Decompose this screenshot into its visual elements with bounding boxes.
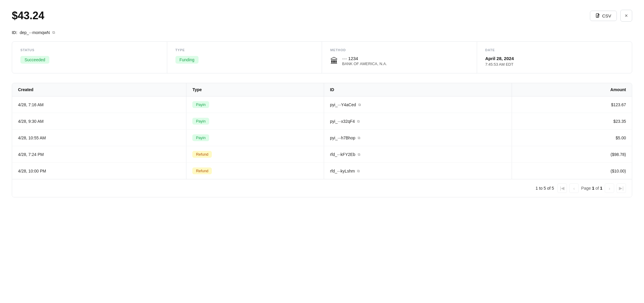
table-row: 4/28, 10:00 PM Refund rfd_···kyLshm ⧉ ($… — [12, 163, 632, 179]
row-id-container: rfd_···kFY2Eb ⧉ — [330, 152, 506, 157]
status-label: STATUS — [20, 48, 159, 52]
table-header: Created Type ID Amount — [12, 83, 632, 96]
type-label: TYPE — [175, 48, 314, 52]
copy-icon[interactable]: ⧉ — [357, 119, 360, 123]
csv-label: CSV — [602, 13, 611, 18]
row-id-value: pyi_···x32qF4 — [330, 119, 355, 124]
table-row: 4/28, 7:16 AM Payin pyi_···Y4aCed ⧉ $123… — [12, 96, 632, 113]
type-badge: Refund — [192, 151, 212, 158]
cell-amount: $5.00 — [512, 130, 632, 146]
last-page-btn[interactable]: ▶| — [617, 183, 626, 193]
cell-id: rfd_···kyLshm ⧉ — [324, 163, 512, 179]
date-section: DATE April 28, 2024 7:45:53 AM EDT — [477, 42, 632, 73]
cell-type: Refund — [186, 146, 324, 163]
info-sections: STATUS Succeeded TYPE Funding METHOD 🏛 ·… — [12, 41, 632, 73]
close-button[interactable]: × — [620, 10, 632, 22]
header-row: $43.24 CSV × — [12, 9, 632, 22]
type-badge: Funding — [175, 56, 199, 64]
copy-icon[interactable]: ⧉ — [52, 30, 55, 35]
date-secondary: 7:45:53 AM EDT — [485, 62, 624, 67]
row-id-container: pyi_···h7Bhop ⧉ — [330, 136, 506, 140]
type-section: TYPE Funding — [167, 42, 322, 73]
table-body: 4/28, 7:16 AM Payin pyi_···Y4aCed ⧉ $123… — [12, 96, 632, 179]
type-badge: Refund — [192, 167, 212, 174]
copy-icon[interactable]: ⧉ — [358, 103, 361, 107]
id-value: dep_···momqwN — [20, 30, 50, 35]
cell-id: pyi_···h7Bhop ⧉ — [324, 130, 512, 146]
cell-amount: $123.67 — [512, 96, 632, 113]
id-row: ID: dep_···momqwN ⧉ — [12, 30, 632, 35]
close-icon: × — [625, 13, 628, 19]
method-row: 🏛 ···· 1234 BANK OF AMERICA, N.A. — [330, 56, 469, 66]
page-of-label: Page 1 of 1 — [581, 186, 602, 191]
pagination-info: |◀ ‹ Page 1 of 1 › ▶| — [557, 183, 626, 193]
row-id-container: pyi_···x32qF4 ⧉ — [330, 119, 506, 124]
col-type: Type — [186, 83, 324, 96]
pagination-row: 1 to 5 of 5 |◀ ‹ Page 1 of 1 › ▶| — [12, 179, 632, 197]
row-id-container: rfd_···kyLshm ⧉ — [330, 169, 506, 173]
cell-type: Payin — [186, 130, 324, 146]
transactions-table: Created Type ID Amount 4/28, 7:16 AM Pay… — [12, 83, 632, 179]
method-label: METHOD — [330, 48, 469, 52]
csv-button[interactable]: CSV — [590, 11, 617, 21]
cell-type: Payin — [186, 113, 324, 130]
col-created: Created — [12, 83, 186, 96]
transactions-table-container: Created Type ID Amount 4/28, 7:16 AM Pay… — [12, 83, 632, 197]
cell-id: rfd_···kFY2Eb ⧉ — [324, 146, 512, 163]
cell-created: 4/28, 7:24 PM — [12, 146, 186, 163]
date-label: DATE — [485, 48, 624, 52]
header-actions: CSV × — [590, 10, 632, 22]
cell-id: pyi_···x32qF4 ⧉ — [324, 113, 512, 130]
col-amount: Amount — [512, 83, 632, 96]
row-id-value: rfd_···kyLshm — [330, 169, 355, 173]
pagination-count: 1 to 5 of 5 — [536, 186, 554, 191]
prev-page-btn[interactable]: ‹ — [569, 183, 579, 193]
cell-created: 4/28, 10:55 AM — [12, 130, 186, 146]
row-id-value: pyi_···h7Bhop — [330, 136, 355, 140]
table-row: 4/28, 7:24 PM Refund rfd_···kFY2Eb ⧉ ($9… — [12, 146, 632, 163]
cell-created: 4/28, 10:00 PM — [12, 163, 186, 179]
cell-amount: ($10.00) — [512, 163, 632, 179]
copy-icon[interactable]: ⧉ — [357, 169, 360, 173]
cell-amount: $23.35 — [512, 113, 632, 130]
type-badge: Payin — [192, 101, 209, 108]
table-row: 4/28, 9:30 AM Payin pyi_···x32qF4 ⧉ $23.… — [12, 113, 632, 130]
first-page-btn[interactable]: |◀ — [557, 183, 567, 193]
date-primary: April 28, 2024 — [485, 56, 624, 61]
page-wrapper: $43.24 CSV × ID: dep_···momqwN ⧉ — [0, 0, 644, 303]
cell-amount: ($98.78) — [512, 146, 632, 163]
cell-type: Payin — [186, 96, 324, 113]
row-id-container: pyi_···Y4aCed ⧉ — [330, 102, 506, 107]
cell-created: 4/28, 7:16 AM — [12, 96, 186, 113]
row-id-value: rfd_···kFY2Eb — [330, 152, 355, 157]
document-icon — [596, 13, 600, 18]
status-section: STATUS Succeeded — [12, 42, 167, 73]
copy-icon[interactable]: ⧉ — [358, 136, 360, 140]
method-section: METHOD 🏛 ···· 1234 BANK OF AMERICA, N.A. — [322, 42, 477, 73]
method-details: ···· 1234 BANK OF AMERICA, N.A. — [342, 56, 387, 66]
next-page-btn[interactable]: › — [605, 183, 614, 193]
status-badge: Succeeded — [20, 56, 49, 64]
table-row: 4/28, 10:55 AM Payin pyi_···h7Bhop ⧉ $5.… — [12, 130, 632, 146]
id-label: ID: — [12, 30, 17, 35]
copy-icon[interactable]: ⧉ — [358, 152, 360, 157]
cell-id: pyi_···Y4aCed ⧉ — [324, 96, 512, 113]
cell-type: Refund — [186, 163, 324, 179]
method-account: ···· 1234 — [342, 56, 387, 61]
col-id: ID — [324, 83, 512, 96]
row-id-value: pyi_···Y4aCed — [330, 102, 356, 107]
cell-created: 4/28, 9:30 AM — [12, 113, 186, 130]
method-bank: BANK OF AMERICA, N.A. — [342, 62, 387, 66]
main-amount: $43.24 — [12, 9, 44, 22]
bank-icon: 🏛 — [330, 57, 338, 66]
type-badge: Payin — [192, 134, 209, 141]
type-badge: Payin — [192, 118, 209, 125]
